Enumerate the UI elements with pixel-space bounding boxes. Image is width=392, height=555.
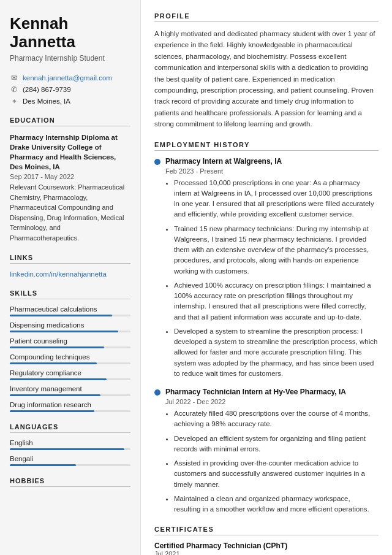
job-bullets: Accurately filled 480 prescriptions over… bbox=[165, 408, 379, 515]
courses-text: Pharmaceutical Chemistry, Pharmacology, … bbox=[10, 183, 124, 242]
skill-label: Inventory management bbox=[10, 385, 130, 392]
job-bullet: Maintained a clean and organized pharmac… bbox=[174, 494, 379, 515]
language-item: Bengali bbox=[10, 455, 130, 466]
language-bar-bg bbox=[10, 464, 130, 466]
profile-section: Profile A highly motivated and dedicated… bbox=[154, 12, 379, 130]
skill-label: Dispensing medications bbox=[10, 321, 130, 329]
job-bullet: Processed 10,000 prescriptions in one ye… bbox=[174, 178, 379, 220]
email-icon: ✉ bbox=[10, 74, 18, 82]
certificates-section: Certificates Certified Pharmacy Technici… bbox=[154, 526, 379, 555]
education-section: Education Pharmacy Internship Diploma at… bbox=[10, 117, 130, 243]
education-courses: Relevant Coursework: Pharmaceutical Chem… bbox=[10, 182, 130, 243]
skill-bar-bg bbox=[10, 331, 130, 332]
job-item: Pharmacy Intern at Walgreens, IA Feb 202… bbox=[154, 157, 379, 380]
education-date: Sep 2017 - May 2022 bbox=[10, 173, 130, 180]
skill-bar-bg bbox=[10, 394, 130, 396]
skill-item: Dispensing medications bbox=[10, 321, 130, 332]
language-bar-bg bbox=[10, 448, 130, 450]
candidate-name: Kennah Jannetta bbox=[10, 15, 130, 52]
cert-item: Certified Pharmacy Technician (CPhT) Jul… bbox=[154, 542, 379, 555]
skill-bar-fill bbox=[10, 410, 94, 412]
job-bullet: Achieved 100% accuracy on prescription f… bbox=[174, 280, 379, 323]
language-label: English bbox=[10, 439, 130, 446]
employment-section-title: Employment History bbox=[154, 141, 379, 151]
skill-label: Regulatory compliance bbox=[10, 369, 130, 377]
profile-text: A highly motivated and dedicated pharmac… bbox=[154, 28, 379, 130]
skill-item: Patient counseling bbox=[10, 337, 130, 348]
skill-item: Pharmaceutical calculations bbox=[10, 305, 130, 316]
language-bar-fill bbox=[10, 448, 124, 450]
email-link[interactable]: kennah.jannetta@gmail.com bbox=[23, 74, 112, 82]
main-content: Profile A highly motivated and dedicated… bbox=[141, 0, 392, 555]
skills-section-title: Skills bbox=[10, 289, 130, 299]
jobs-list: Pharmacy Intern at Walgreens, IA Feb 202… bbox=[154, 157, 379, 515]
profile-section-title: Profile bbox=[154, 12, 379, 22]
contact-section: ✉ kennah.jannetta@gmail.com ✆ (284) 867-… bbox=[10, 74, 130, 105]
email-item: ✉ kennah.jannetta@gmail.com bbox=[10, 74, 130, 82]
hobbies-section: Hobbies bbox=[10, 477, 130, 487]
certificates-section-title: Certificates bbox=[154, 526, 379, 535]
certs-list: Certified Pharmacy Technician (CPhT) Jul… bbox=[154, 542, 379, 555]
skills-section: Skills Pharmaceutical calculations Dispe… bbox=[10, 289, 130, 412]
skill-bar-bg bbox=[10, 378, 130, 380]
job-item: Pharmacy Technician Intern at Hy-Vee Pha… bbox=[154, 388, 379, 515]
language-label: Bengali bbox=[10, 455, 130, 462]
languages-section: Languages English Bengali bbox=[10, 423, 130, 466]
skill-bar-bg bbox=[10, 410, 130, 412]
education-section-title: Education bbox=[10, 117, 130, 126]
links-section: Links linkedin.com/in/kennahjannetta bbox=[10, 254, 130, 278]
phone-item: ✆ (284) 867-9739 bbox=[10, 85, 130, 94]
resume-wrapper: Kennah Jannetta Pharmacy Internship Stud… bbox=[0, 0, 392, 555]
skill-bar-bg bbox=[10, 315, 130, 316]
skill-bar-fill bbox=[10, 394, 100, 396]
job-header: Pharmacy Technician Intern at Hy-Vee Pha… bbox=[154, 388, 379, 396]
skill-label: Drug information research bbox=[10, 401, 130, 408]
skill-bar-fill bbox=[10, 378, 107, 380]
skill-item: Regulatory compliance bbox=[10, 369, 130, 380]
skill-item: Compounding techniques bbox=[10, 353, 130, 364]
candidate-title: Pharmacy Internship Student bbox=[10, 54, 130, 63]
cert-name: Certified Pharmacy Technician (CPhT) bbox=[154, 542, 379, 550]
languages-section-title: Languages bbox=[10, 423, 130, 433]
phone-icon: ✆ bbox=[10, 85, 18, 94]
links-section-title: Links bbox=[10, 254, 130, 264]
job-bullet: Developed an efficient system for organi… bbox=[174, 434, 379, 455]
job-title: Pharmacy Intern at Walgreens, IA bbox=[165, 157, 282, 166]
skill-label: Compounding techniques bbox=[10, 353, 130, 361]
languages-list: English Bengali bbox=[10, 439, 130, 466]
location-item: ⌖ Des Moines, IA bbox=[10, 97, 130, 105]
skill-label: Patient counseling bbox=[10, 337, 130, 345]
skill-bar-fill bbox=[10, 331, 118, 332]
job-bullet: Accurately filled 480 prescriptions over… bbox=[174, 408, 379, 430]
skills-list: Pharmaceutical calculations Dispensing m… bbox=[10, 305, 130, 412]
job-bullet: Trained 15 new pharmacy technicians: Dur… bbox=[174, 224, 379, 277]
skill-bar-fill bbox=[10, 346, 104, 348]
skill-item: Inventory management bbox=[10, 385, 130, 396]
skill-bar-bg bbox=[10, 346, 130, 348]
skill-bar-fill bbox=[10, 362, 97, 364]
language-item: English bbox=[10, 439, 130, 450]
job-bullet: Assisted in providing over-the-counter m… bbox=[174, 458, 379, 490]
employment-section: Employment History Pharmacy Intern at Wa… bbox=[154, 141, 379, 515]
skill-item: Drug information research bbox=[10, 401, 130, 412]
language-bar-fill bbox=[10, 464, 76, 466]
courses-label: Relevant Coursework: bbox=[10, 183, 76, 191]
skill-bar-bg bbox=[10, 362, 130, 364]
job-date: Feb 2023 - Present bbox=[165, 167, 379, 175]
hobbies-section-title: Hobbies bbox=[10, 477, 130, 487]
job-header: Pharmacy Intern at Walgreens, IA bbox=[154, 157, 379, 166]
job-dot bbox=[154, 159, 160, 165]
location-icon: ⌖ bbox=[10, 97, 18, 105]
sidebar: Kennah Jannetta Pharmacy Internship Stud… bbox=[0, 0, 141, 555]
phone-text: (284) 867-9739 bbox=[23, 86, 71, 93]
job-date: Jul 2022 - Dec 2022 bbox=[165, 398, 379, 405]
education-degree: Pharmacy Internship Diploma at Drake Uni… bbox=[10, 132, 130, 172]
skill-bar-fill bbox=[10, 315, 112, 316]
cert-date: Jul 2021 bbox=[154, 550, 379, 555]
job-bullet: Developed a system to streamline the pre… bbox=[174, 326, 379, 379]
skill-label: Pharmaceutical calculations bbox=[10, 305, 130, 313]
job-title: Pharmacy Technician Intern at Hy-Vee Pha… bbox=[165, 388, 346, 396]
job-bullets: Processed 10,000 prescriptions in one ye… bbox=[165, 178, 379, 380]
location-text: Des Moines, IA bbox=[23, 98, 70, 105]
linkedin-link[interactable]: linkedin.com/in/kennahjannetta bbox=[10, 270, 107, 278]
